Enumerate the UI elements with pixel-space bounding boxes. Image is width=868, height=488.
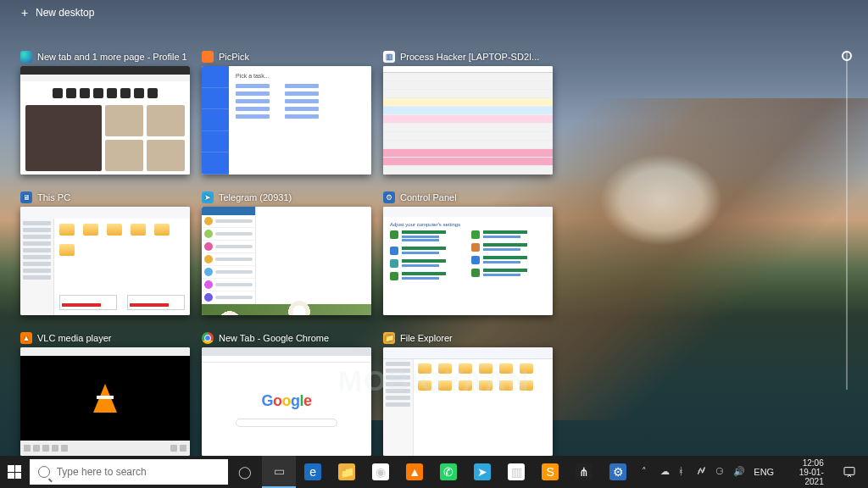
tray-chevron-up-icon[interactable]: ˄ xyxy=(642,466,652,478)
plus-icon: + xyxy=(19,7,31,19)
picpick-heading: Pick a task... xyxy=(236,73,364,79)
edge-icon: e xyxy=(304,463,321,480)
vlc-cone-icon xyxy=(93,384,117,413)
whatsapp-icon: ✆ xyxy=(440,463,457,480)
taskbar-app-task-view[interactable]: ▭ xyxy=(262,456,296,488)
timeline-scrollbar[interactable] xyxy=(846,51,848,390)
taskbar: Type here to search ◯▭e📁◉▲✆➤▥S⋔⚙ ˄ ☁ ᚼ 🗲… xyxy=(0,456,868,488)
window-title: This PC xyxy=(37,192,70,202)
explorer-icon: 📁 xyxy=(338,463,355,480)
tray-battery-icon[interactable]: 🗲 xyxy=(697,466,707,478)
start-button[interactable] xyxy=(0,456,30,488)
clock-date: 19-01-2021 xyxy=(787,468,824,486)
window-process-hacker[interactable]: ▥ Process Hacker [LAPTOP-SD2I... xyxy=(383,51,553,175)
tray-language[interactable]: ENG xyxy=(754,467,774,477)
taskbar-app-picpick[interactable]: ⋔ xyxy=(567,456,601,488)
new-desktop-button[interactable]: + New desktop xyxy=(19,7,94,19)
window-telegram[interactable]: ➤ Telegram (20931) xyxy=(202,191,371,315)
this-pc-icon: 🖥 xyxy=(20,191,32,203)
window-this-pc[interactable]: 🖥 This PC xyxy=(20,191,190,315)
telegram-icon: ➤ xyxy=(474,463,491,480)
taskbar-app-explorer[interactable]: 📁 xyxy=(330,456,364,488)
process-hacker-icon: ▥ xyxy=(508,463,525,480)
google-logo: Google xyxy=(261,392,311,410)
picpick-icon: ⋔ xyxy=(576,463,593,480)
taskbar-app-vlc[interactable]: ▲ xyxy=(398,456,431,488)
task-view-grid: New tab and 1 more page - Profile 1 - Mi… xyxy=(20,51,553,456)
taskbar-app-chrome[interactable]: ◉ xyxy=(364,456,398,488)
file-explorer-icon: 📁 xyxy=(383,332,395,344)
control-panel-icon: ⚙ xyxy=(609,463,626,480)
tray-wifi-icon[interactable]: ⚆ xyxy=(715,466,726,478)
system-tray[interactable]: ˄ ☁ ᚼ 🗲 ⚆ 🔊 ENG 12:06 19-01-2021 xyxy=(635,456,868,488)
sublime-icon: S xyxy=(542,463,559,480)
taskbar-apps: ◯▭e📁◉▲✆➤▥S⋔⚙ xyxy=(228,456,635,488)
telegram-icon: ➤ xyxy=(202,191,214,203)
tray-onedrive-icon[interactable]: ☁ xyxy=(660,466,670,478)
window-title: Telegram (20931) xyxy=(219,192,292,202)
cortana-icon: ◯ xyxy=(236,463,253,480)
window-control-panel[interactable]: ⚙ Control Panel Adjust your computer's s… xyxy=(383,191,553,315)
search-placeholder: Type here to search xyxy=(57,466,147,478)
chrome-icon xyxy=(202,332,214,344)
taskbar-app-process-hacker[interactable]: ▥ xyxy=(499,456,533,488)
taskbar-app-sublime[interactable]: S xyxy=(533,456,567,488)
vlc-icon: ▲ xyxy=(20,332,32,344)
vlc-icon: ▲ xyxy=(406,463,423,480)
taskbar-app-control-panel[interactable]: ⚙ xyxy=(601,456,635,488)
control-panel-heading: Adjust your computer's settings xyxy=(390,222,546,227)
timeline-knob[interactable] xyxy=(842,51,852,61)
window-vlc[interactable]: ▲ VLC media player xyxy=(20,332,190,456)
taskbar-clock[interactable]: 12:06 19-01-2021 xyxy=(782,458,829,486)
notification-icon xyxy=(843,465,856,479)
search-icon xyxy=(38,466,50,478)
tray-volume-icon[interactable]: 🔊 xyxy=(733,466,745,478)
window-title: Process Hacker [LAPTOP-SD2I... xyxy=(400,52,539,62)
taskbar-app-telegram[interactable]: ➤ xyxy=(465,456,499,488)
windows-logo-icon xyxy=(8,465,21,479)
window-title: File Explorer xyxy=(400,333,453,343)
tray-bluetooth-icon[interactable]: ᚼ xyxy=(678,466,688,478)
window-picpick[interactable]: PicPick Pick a task... xyxy=(202,51,371,175)
window-title: VLC media player xyxy=(37,333,111,343)
edge-icon xyxy=(20,51,32,63)
taskbar-app-whatsapp[interactable]: ✆ xyxy=(431,456,465,488)
new-desktop-label: New desktop xyxy=(36,7,94,19)
svg-rect-0 xyxy=(844,468,854,475)
action-center-button[interactable] xyxy=(837,456,861,488)
control-panel-icon: ⚙ xyxy=(383,191,395,203)
picpick-icon xyxy=(202,51,214,63)
window-edge[interactable]: New tab and 1 more page - Profile 1 - Mi… xyxy=(20,51,190,175)
window-title: Control Panel xyxy=(400,192,457,202)
window-title: PicPick xyxy=(219,52,249,62)
window-chrome[interactable]: New Tab - Google Chrome Google xyxy=(202,332,371,456)
task-view-icon: ▭ xyxy=(270,463,287,480)
window-file-explorer[interactable]: 📁 File Explorer xyxy=(383,332,553,456)
chrome-icon: ◉ xyxy=(372,463,389,480)
taskbar-search[interactable]: Type here to search xyxy=(30,459,228,485)
window-title: New Tab - Google Chrome xyxy=(219,333,329,343)
taskbar-app-edge[interactable]: e xyxy=(296,456,330,488)
taskbar-app-cortana[interactable]: ◯ xyxy=(228,456,262,488)
clock-time: 12:06 xyxy=(787,458,824,468)
window-title: New tab and 1 more page - Profile 1 - Mi… xyxy=(37,52,190,62)
process-hacker-icon: ▥ xyxy=(383,51,395,63)
